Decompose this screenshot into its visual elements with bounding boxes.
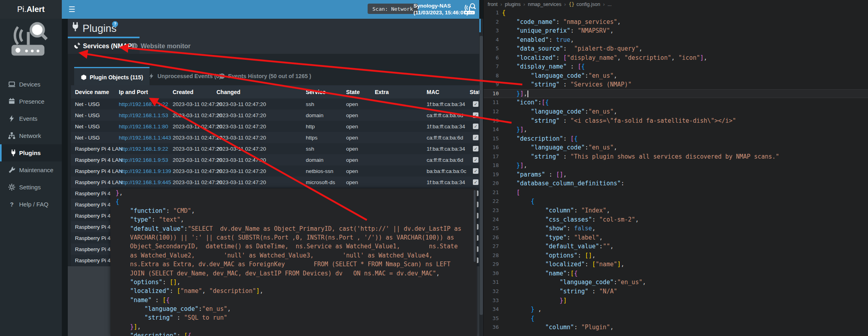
row-checkbox[interactable]: ✓ [473, 135, 478, 140]
editor-line: 1{ [484, 8, 868, 18]
line-code: { [502, 197, 534, 206]
breadcrumb-item[interactable]: front [488, 2, 498, 7]
cell-device-name: Raspberry Pi 4 LAN [75, 165, 122, 177]
subtab-plugin-objects-115[interactable]: Plugin Objects (115) [74, 67, 150, 86]
column-header-changed[interactable]: Changed [217, 85, 240, 98]
editor-line: 25 "show": false, [484, 224, 868, 233]
line-code: "type": "label", [502, 233, 603, 242]
app-logo[interactable]: Pi.Alert [0, 0, 62, 19]
column-header-service[interactable]: Service [306, 85, 326, 98]
tab-website-monitor[interactable]: Website monitor [126, 38, 196, 54]
ip-port-link[interactable]: http://192.168.1.1:22 [119, 101, 168, 107]
ip-port-link[interactable]: http://192.168.1.9:139 [119, 168, 171, 174]
line-code: "name":[{ [502, 269, 578, 278]
table-row: Raspberry Pi 4 LANhttp://192.168.1.9:445… [71, 177, 479, 188]
line-number: 30 [484, 269, 499, 278]
sidebar-item-events[interactable]: Events [0, 110, 62, 127]
breadcrumb-item[interactable]: ... [608, 2, 612, 7]
ip-port-link[interactable]: http://192.168.1.9:22 [119, 146, 168, 152]
row-checkbox[interactable]: ✓ [473, 101, 478, 107]
line-code: "language_code":"en_us", [502, 107, 617, 116]
line-number: 23 [484, 206, 499, 215]
overlay-code-line: "string" : "SQL to run" [110, 313, 477, 322]
cell-mac: 1f:ba:ff:ca:ba:34 [427, 98, 465, 110]
line-number: 9 [484, 80, 499, 89]
page-scrollbar[interactable] [479, 19, 483, 336]
gear-icon [8, 183, 16, 191]
help-badge[interactable]: ? [112, 21, 118, 27]
column-header-mac[interactable]: MAC [427, 85, 439, 98]
row-checkbox[interactable]: ✓ [473, 179, 478, 185]
breadcrumb-separator: › [524, 2, 525, 7]
row-checkbox[interactable]: ✓ [473, 168, 478, 174]
line-number: 5 [484, 44, 499, 53]
cell-changed: 2023-03-11 02:47:20 [217, 143, 266, 154]
ip-port-link[interactable]: http://192.168.1.1:53 [119, 112, 168, 118]
breadcrumb-label: plugins [505, 2, 521, 7]
cell-changed: 2023-03-11 02:47:20 [217, 165, 266, 177]
line-number: 17 [484, 152, 499, 161]
breadcrumb-item[interactable]: plugins [505, 2, 521, 7]
code-editor[interactable]: front›plugins›nmap_services›{}config.jso… [483, 0, 868, 336]
overlay-scrollbar-thumb[interactable] [474, 190, 476, 262]
editor-line: 7 "display_name" : [{ [484, 62, 868, 71]
row-checkbox[interactable]: ✓ [473, 146, 478, 151]
column-header-extra[interactable]: Extra [375, 85, 389, 98]
subtab-events-history-50-out-of-1265[interactable]: Events History (50 out of 1265 ) [213, 67, 318, 85]
cell-changed: 2023-03-11 02:47:20 [217, 110, 266, 121]
satellite-dish-icon [73, 43, 80, 49]
sidebar-item-maintenance[interactable]: Maintenance [0, 161, 62, 179]
host-datetime: (11/03/2023, 15:46:07) [413, 9, 468, 16]
editor-line: 3 "unique_prefix": "NMAPSRV", [484, 26, 868, 35]
cell-device-name: Net - USG [75, 132, 100, 143]
globe-icon [131, 43, 138, 49]
editor-code-area[interactable]: 1{2 "code_name": "nmap_services",3 "uniq… [484, 8, 868, 332]
subtab-label: Unprocessed Events (0) [157, 73, 221, 79]
ip-port-link[interactable]: http://192.168.1.9:445 [119, 179, 171, 185]
editor-line: 18 }], [484, 161, 868, 170]
sidebar-item-label: Devices [19, 81, 40, 88]
sidebar-item-label: Settings [19, 184, 41, 191]
breadcrumb-item[interactable]: {}config.json [569, 2, 600, 7]
row-checkbox[interactable]: ✓ [473, 112, 478, 118]
sidebar-item-presence[interactable]: Presence [0, 93, 62, 110]
cell-device-name: Net - USG [75, 110, 100, 121]
column-header-ip-and-port[interactable]: Ip and Port [119, 85, 148, 98]
breadcrumb-item[interactable]: nmap_services [528, 2, 561, 7]
router-scan-icon[interactable] [463, 2, 478, 16]
column-header-created[interactable]: Created [173, 85, 193, 98]
scan-status-badge: Scan: Network [368, 4, 418, 14]
hamburger-icon[interactable]: ☰ [64, 0, 80, 19]
scrollbar-thumb[interactable] [480, 36, 483, 315]
cell-mac: 1f:ba:ff:ca:ba:34 [427, 121, 465, 132]
screen: Pi.Alert ☰ Scan: Network Synology-NAS (1… [0, 0, 868, 336]
line-number: 25 [484, 224, 499, 233]
cell-changed: 2023-03-11 02:47:20 [217, 121, 266, 132]
line-code: [ [502, 188, 520, 197]
line-number: 18 [484, 161, 499, 170]
editor-line: 9 "string" : "Services (NMAP)" [484, 80, 868, 89]
editor-line: 28 "options": [], [484, 251, 868, 260]
sidebar-item-network[interactable]: Network [0, 127, 62, 144]
ip-port-link[interactable]: http://192.168.1.9:53 [119, 157, 168, 163]
sidebar-item-devices[interactable]: Devices [0, 76, 62, 93]
cell-state: open [346, 121, 358, 132]
line-code: } , [502, 305, 541, 314]
table-row: Raspberry Pi 4 LANhttp://192.168.1.9:222… [71, 143, 479, 154]
sidebar-item-label: Maintenance [19, 167, 53, 173]
sidebar-item-plugins[interactable]: Plugins [0, 144, 62, 161]
ip-port-link[interactable]: http://192.168.1.1:443 [119, 135, 171, 141]
line-code: "description": [{ [502, 134, 578, 143]
sidebar-item-settings[interactable]: Settings [0, 179, 62, 196]
editor-line: 13 "string" : "<i class=\"fa-solid fa-sa… [484, 116, 868, 126]
line-code: "enabled": true, [502, 35, 574, 45]
row-checkbox[interactable]: ✓ [473, 124, 478, 129]
overlay-code-line: ns.Extra as Extra, dv.dev_MAC as Foreign… [110, 260, 477, 269]
overlay-code-line: JOIN (SELECT dev_Name, dev_MAC, dev_Last… [110, 269, 477, 278]
line-code: "unique_prefix": "NMAPSRV", [502, 26, 614, 35]
sidebar-item-help-faq[interactable]: ?Help / FAQ [0, 196, 62, 213]
row-checkbox[interactable]: ✓ [473, 157, 478, 163]
column-header-state[interactable]: State [346, 85, 360, 98]
column-header-device-name[interactable]: Device name [75, 85, 109, 98]
ip-port-link[interactable]: http://192.168.1.1:80 [119, 124, 168, 130]
